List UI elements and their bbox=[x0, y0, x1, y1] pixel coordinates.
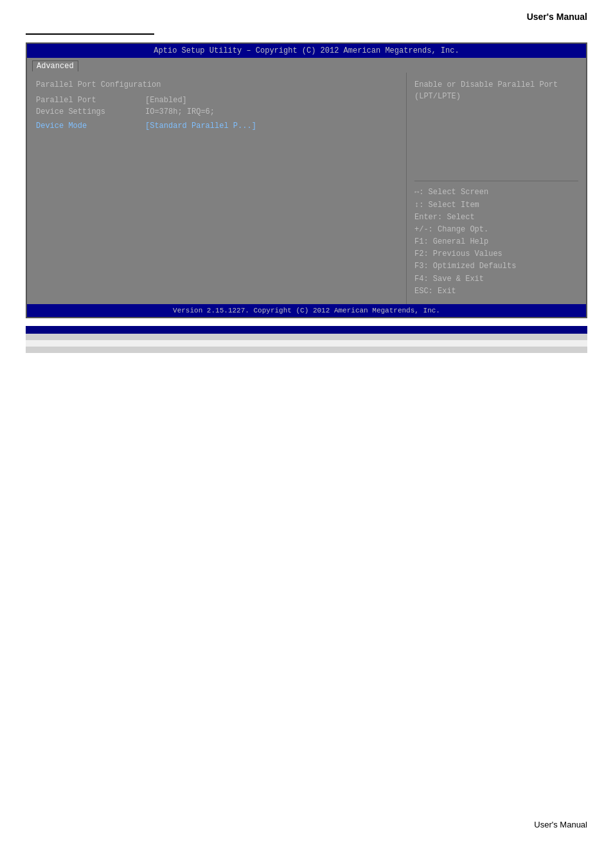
bios-key-f4: F4: Save & Exit bbox=[414, 273, 578, 285]
bios-body: Parallel Port Configuration Parallel Por… bbox=[27, 73, 586, 304]
page-footer: User's Manual bbox=[534, 820, 587, 829]
bios-label-device-mode: Device Mode bbox=[36, 122, 145, 131]
table-cell bbox=[306, 347, 587, 353]
bios-left-panel: Parallel Port Configuration Parallel Por… bbox=[27, 73, 406, 304]
table-cell bbox=[26, 340, 306, 347]
table-section bbox=[26, 326, 587, 353]
bios-key-select-screen: ↔: Select Screen bbox=[414, 186, 578, 199]
table-row bbox=[26, 347, 587, 353]
table-cell bbox=[306, 334, 587, 340]
table-cell bbox=[26, 334, 306, 340]
bios-value-device-settings: IO=378h; IRQ=6; bbox=[145, 107, 215, 116]
table-header-col2 bbox=[306, 326, 587, 334]
bios-value-device-mode: [Standard Parallel P...] bbox=[145, 122, 256, 131]
table-row bbox=[26, 334, 587, 340]
table-body bbox=[26, 334, 587, 353]
table-cell bbox=[26, 347, 306, 353]
table-header-col1 bbox=[26, 326, 306, 334]
bios-item-device-settings: Device Settings IO=378h; IRQ=6; bbox=[36, 107, 397, 116]
bios-key-enter: Enter: Select bbox=[414, 212, 578, 224]
bios-item-parallel-port: Parallel Port [Enabled] bbox=[36, 96, 397, 105]
bios-footer: Version 2.15.1227. Copyright (C) 2012 Am… bbox=[27, 304, 586, 317]
bios-key-change-opt: +/-: Change Opt. bbox=[414, 224, 578, 236]
header-underline bbox=[26, 33, 154, 35]
table-row bbox=[26, 340, 587, 347]
info-table bbox=[26, 326, 587, 353]
bios-key-esc: ESC: Exit bbox=[414, 285, 578, 298]
bios-section-title: Parallel Port Configuration bbox=[36, 80, 397, 89]
bios-key-guide: ↔: Select Screen ↕: Select Item Enter: S… bbox=[414, 181, 578, 298]
page-title: User's Manual bbox=[0, 0, 613, 28]
bios-screen: Aptio Setup Utility – Copyright (C) 2012… bbox=[26, 42, 587, 318]
bios-tab-advanced[interactable]: Advanced bbox=[32, 60, 78, 71]
bios-label-device-settings: Device Settings bbox=[36, 107, 145, 116]
table-header-row bbox=[26, 326, 587, 334]
bios-key-select-item: ↕: Select Item bbox=[414, 199, 578, 212]
table-header bbox=[26, 326, 587, 334]
bios-label-parallel-port: Parallel Port bbox=[36, 96, 145, 105]
bios-help-text: Enable or Disable Parallel Port (LPT/LPT… bbox=[414, 79, 578, 102]
bios-tab-bar: Advanced bbox=[27, 58, 586, 73]
bios-key-f1: F1: General Help bbox=[414, 236, 578, 248]
bios-item-device-mode[interactable]: Device Mode [Standard Parallel P...] bbox=[36, 122, 397, 131]
bios-right-panel: Enable or Disable Parallel Port (LPT/LPT… bbox=[406, 73, 586, 304]
bios-key-f2: F2: Previous Values bbox=[414, 248, 578, 260]
table-cell bbox=[306, 340, 587, 347]
bios-value-parallel-port: [Enabled] bbox=[145, 96, 187, 105]
bios-key-f3: F3: Optimized Defaults bbox=[414, 260, 578, 273]
bios-title: Aptio Setup Utility – Copyright (C) 2012… bbox=[27, 44, 586, 58]
